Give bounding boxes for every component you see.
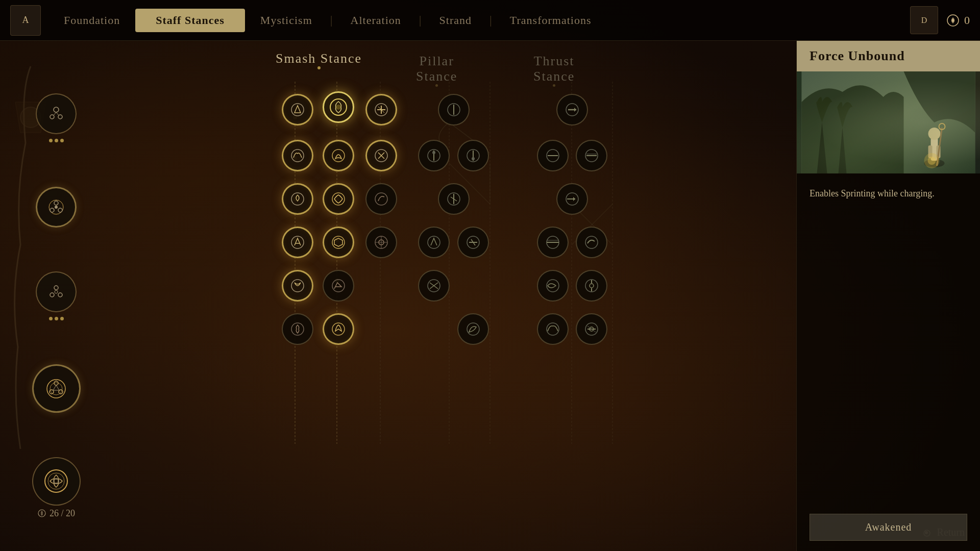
svg-point-22 [45, 470, 67, 492]
nav-left-button[interactable]: A [10, 5, 41, 36]
level-node-3 [36, 271, 77, 320]
smash-stance-title: Smash Stance [276, 51, 362, 66]
skill-tree: Smash Stance [112, 41, 796, 551]
svg-point-13 [54, 286, 58, 290]
pillar-node-3-center[interactable] [438, 183, 470, 215]
currency-display: 26 / 20 [32, 457, 81, 519]
smash-node-1-right[interactable] [365, 94, 397, 126]
currency-icon-nav [946, 13, 960, 28]
dot [55, 139, 58, 142]
nav-item-staff-stances[interactable]: Staff Stances [135, 9, 245, 32]
svg-line-6 [54, 112, 56, 115]
smash-node-4-left[interactable] [282, 227, 313, 258]
thrust-node-6-left[interactable] [537, 313, 569, 345]
pillar-node-4-left[interactable] [418, 227, 450, 258]
nav-sep-3: | [487, 13, 495, 27]
level-circle-1[interactable] [36, 93, 77, 134]
tree-container: Smash Stance [122, 51, 786, 510]
svg-point-12 [55, 206, 58, 209]
svg-point-76 [472, 157, 475, 160]
svg-point-52 [291, 149, 304, 162]
svg-point-4 [50, 115, 54, 119]
thrust-node-6-right[interactable] [576, 313, 607, 345]
pillar-node-2-right[interactable] [457, 140, 489, 171]
thrust-node-2-left[interactable] [537, 140, 569, 171]
left-sidebar: 26 / 20 [0, 41, 112, 551]
svg-point-14 [50, 293, 54, 297]
smash-node-2-right[interactable] [365, 140, 397, 171]
svg-point-2 [951, 19, 954, 22]
panel-title: Force Unbound [797, 41, 980, 71]
smash-node-2-left[interactable] [282, 140, 313, 171]
nav-item-mysticism[interactable]: Mysticism [245, 10, 328, 31]
svg-point-73 [432, 151, 435, 154]
smash-node-1-left[interactable] [282, 94, 313, 126]
pillar-node-5-left[interactable] [418, 270, 450, 302]
svg-marker-96 [573, 197, 575, 201]
pillar-node-4-right[interactable] [457, 227, 489, 258]
dot [60, 139, 64, 142]
svg-point-85 [467, 323, 479, 335]
smash-node-6-left[interactable] [282, 313, 313, 345]
panel-description: Enables Sprinting while charging. [797, 173, 980, 504]
thrust-node-4-left[interactable] [537, 227, 569, 258]
thrust-node-5-left[interactable] [537, 270, 569, 302]
thrust-node-top[interactable] [556, 94, 588, 126]
nav-item-transformations[interactable]: Transformations [495, 10, 607, 31]
currency-value-nav: 0 [964, 14, 970, 27]
pillar-node-6-right[interactable] [457, 313, 489, 345]
level-dots-3 [49, 317, 64, 320]
dot [60, 317, 64, 320]
svg-point-103 [590, 284, 594, 288]
nav-item-strand[interactable]: Strand [424, 10, 487, 31]
smash-stance-section: Smash Stance [122, 51, 362, 77]
smash-node-6-center[interactable] [323, 313, 354, 345]
svg-point-66 [332, 280, 345, 292]
thrust-node-5-right[interactable] [576, 270, 607, 302]
svg-point-55 [291, 193, 304, 205]
svg-point-101 [547, 280, 559, 292]
smash-node-5-left[interactable] [282, 270, 313, 302]
smash-node-4-center[interactable] [323, 227, 354, 258]
right-panel: Force Unbound [796, 41, 980, 551]
thrust-node-4-right[interactable] [576, 227, 607, 258]
currency-text: 26 / 20 [37, 508, 75, 519]
smash-node-3-left[interactable] [282, 183, 313, 215]
svg-point-47 [336, 105, 341, 110]
pillar-stance-title: Pillar Stance [416, 54, 457, 84]
nav-right-button[interactable]: D [910, 6, 938, 34]
panel-image [797, 71, 980, 173]
thrust-node-2-right[interactable] [576, 140, 607, 171]
nav-right-area: D 0 [910, 6, 970, 34]
svg-point-19 [54, 381, 58, 385]
smash-node-1-center[interactable] [323, 91, 354, 123]
smash-node-2-center[interactable] [323, 140, 354, 171]
left-button-label: A [22, 15, 29, 26]
svg-point-18 [50, 383, 62, 395]
level-circle-4[interactable] [32, 364, 81, 413]
nav-item-foundation[interactable]: Foundation [48, 10, 135, 31]
dot [49, 317, 53, 320]
level-circle-3[interactable] [36, 271, 77, 312]
svg-point-11 [58, 208, 62, 212]
svg-point-53 [332, 149, 345, 162]
smash-node-3-center[interactable] [323, 183, 354, 215]
nav-item-alteration[interactable]: Alteration [335, 10, 416, 31]
smash-node-4-right[interactable] [365, 227, 397, 258]
smash-node-5-center[interactable] [323, 270, 354, 302]
svg-point-100 [585, 236, 598, 248]
pillar-node-top[interactable] [438, 94, 470, 126]
panel-awakened-button[interactable]: Awakened [810, 514, 967, 541]
svg-point-16 [55, 290, 58, 293]
level-node-1 [36, 93, 77, 142]
currency-circle [32, 457, 81, 506]
svg-point-17 [47, 380, 65, 398]
svg-point-5 [58, 115, 62, 119]
main-content: 26 / 20 [0, 41, 980, 551]
level-circle-2[interactable] [36, 187, 77, 228]
pillar-node-2-left[interactable] [418, 140, 450, 171]
thrust-stance-title: Thrust Stance [533, 54, 575, 84]
thrust-node-3-center[interactable] [556, 183, 588, 215]
smash-node-3-right[interactable] [365, 183, 397, 215]
level-node-4 [32, 364, 81, 413]
